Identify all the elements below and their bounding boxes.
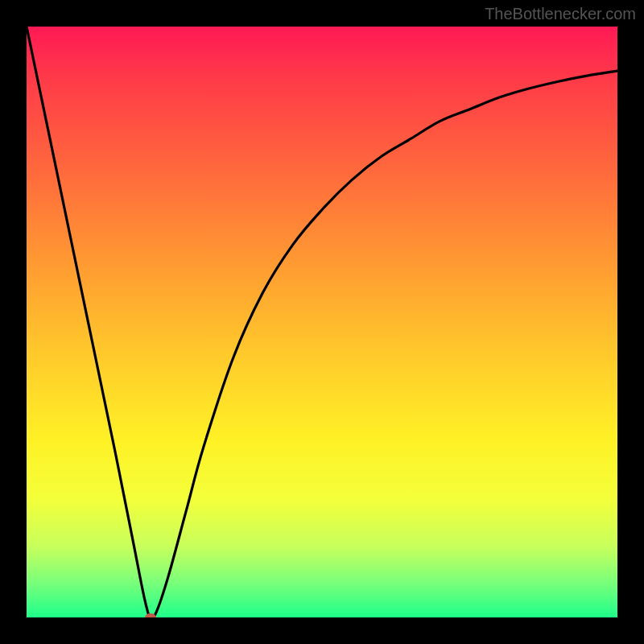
minimum-point-dot — [145, 613, 156, 617]
watermark-text: TheBottlenecker.com — [485, 5, 636, 23]
plot-area — [27, 27, 617, 617]
chart-frame: TheBottlenecker.com — [0, 0, 644, 644]
bottleneck-curve — [27, 27, 617, 617]
